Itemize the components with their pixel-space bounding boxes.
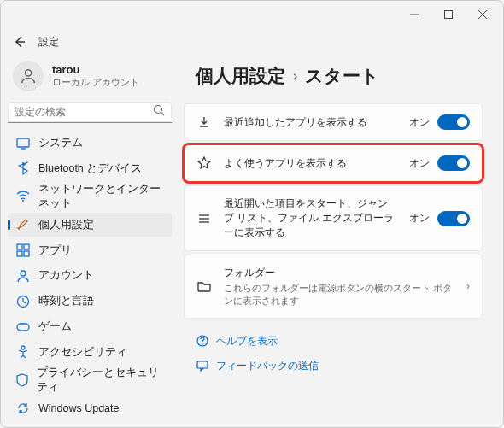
feedback-link[interactable]: フィードバックの送信	[196, 359, 483, 373]
svg-point-6	[155, 105, 162, 113]
maximize-button[interactable]	[431, 3, 466, 26]
sidebar-item-update[interactable]: Windows Update	[8, 396, 172, 420]
brush-icon	[16, 218, 30, 232]
setting-title: 最近追加したアプリを表示する	[224, 115, 397, 130]
help-link[interactable]: ヘルプを表示	[196, 334, 483, 349]
toggle-switch[interactable]	[437, 114, 470, 130]
setting-frequent-apps: よく使うアプリを表示する オン	[184, 144, 483, 182]
system-icon	[16, 137, 30, 150]
star-icon	[196, 155, 212, 171]
svg-rect-17	[17, 324, 29, 331]
setting-recent-apps: 最近追加したアプリを表示する オン	[184, 103, 483, 141]
page-title: スタート	[305, 64, 379, 88]
setting-recent-items: 最近開いた項目をスタート、ジャンプ リスト、ファイル エクスプローラーに表示する…	[184, 185, 483, 251]
help-icon	[196, 335, 208, 348]
link-label: フィードバックの送信	[216, 359, 319, 373]
sidebar-item-label: ゲーム	[38, 320, 72, 334]
svg-rect-1	[445, 11, 453, 19]
sidebar-item-apps[interactable]: アプリ	[8, 238, 172, 262]
sidebar-item-label: アプリ	[38, 243, 72, 258]
svg-rect-8	[17, 138, 29, 147]
setting-title: 最近開いた項目をスタート、ジャンプ リスト、ファイル エクスプローラーに表示する	[224, 196, 397, 240]
toggle-label: オン	[409, 116, 430, 129]
svg-rect-11	[17, 244, 22, 249]
sidebar-item-label: プライバシーとセキュリティ	[37, 366, 163, 395]
setting-folders[interactable]: フォルダー これらのフォルダーは電源ボタンの横のスタート ボタンに表示されます …	[184, 255, 483, 319]
chevron-right-icon: ›	[466, 280, 470, 292]
search-icon	[153, 104, 165, 120]
sidebar-item-label: アクセシビリティ	[38, 345, 127, 360]
sidebar-item-label: システム	[38, 136, 83, 150]
breadcrumb: 個人用設定 › スタート	[184, 64, 483, 88]
svg-rect-24	[197, 361, 208, 368]
toggle-switch[interactable]	[437, 211, 470, 226]
sidebar-item-time[interactable]: 時刻と言語	[8, 290, 172, 314]
sidebar-item-label: ネットワークとインターネット	[38, 182, 163, 211]
back-button[interactable]	[8, 30, 32, 54]
sidebar-item-system[interactable]: システム	[8, 132, 172, 155]
search-input[interactable]	[15, 106, 153, 118]
svg-rect-13	[17, 251, 22, 256]
search-box[interactable]	[8, 102, 172, 123]
setting-desc: これらのフォルダーは電源ボタンの横のスタート ボタンに表示されます	[224, 282, 454, 308]
toggle-switch[interactable]	[437, 155, 470, 171]
svg-point-15	[21, 271, 26, 276]
avatar-icon	[13, 61, 44, 91]
breadcrumb-root[interactable]: 個人用設定	[196, 64, 285, 88]
sidebar-item-label: Bluetooth とデバイス	[38, 161, 142, 176]
folder-icon	[196, 278, 212, 294]
sidebar-item-personalization[interactable]: 個人用設定	[8, 213, 172, 237]
accessibility-icon	[16, 345, 30, 359]
wifi-icon	[16, 190, 30, 203]
toggle-label: オン	[409, 212, 430, 225]
download-icon	[196, 114, 212, 130]
link-label: ヘルプを表示	[216, 334, 278, 349]
feedback-icon	[196, 360, 208, 372]
setting-title: フォルダー	[224, 266, 454, 280]
svg-point-5	[25, 70, 31, 76]
toggle-label: オン	[409, 157, 430, 170]
svg-rect-12	[24, 244, 29, 249]
sidebar-item-label: Windows Update	[38, 402, 120, 414]
user-name: tarou	[52, 63, 139, 76]
svg-point-23	[202, 343, 202, 344]
close-button[interactable]	[466, 3, 500, 26]
clock-icon	[16, 295, 30, 308]
user-desc: ローカル アカウント	[52, 76, 139, 89]
accounts-icon	[16, 269, 30, 283]
apps-icon	[16, 243, 30, 257]
sidebar-item-label: アカウント	[38, 268, 94, 283]
gamepad-icon	[16, 320, 30, 334]
sidebar-item-gaming[interactable]: ゲーム	[8, 315, 172, 339]
sidebar-item-accessibility[interactable]: アクセシビリティ	[8, 340, 172, 364]
sidebar-item-label: 個人用設定	[38, 218, 94, 232]
svg-point-18	[21, 346, 25, 349]
minimize-button[interactable]	[397, 3, 431, 26]
chevron-right-icon: ›	[293, 68, 297, 84]
shield-icon	[16, 373, 28, 387]
sidebar-item-accounts[interactable]: アカウント	[8, 264, 172, 288]
app-title: 設定	[38, 35, 59, 50]
profile[interactable]: tarou ローカル アカウント	[8, 59, 172, 100]
sidebar-item-bluetooth[interactable]: Bluetooth とデバイス	[8, 157, 172, 181]
bluetooth-icon	[16, 161, 30, 175]
sidebar-item-label: 時刻と言語	[38, 294, 94, 308]
sidebar-item-privacy[interactable]: プライバシーとセキュリティ	[8, 366, 172, 395]
svg-point-10	[22, 200, 24, 202]
update-icon	[16, 402, 30, 415]
svg-line-7	[161, 112, 165, 115]
setting-title: よく使うアプリを表示する	[224, 156, 397, 171]
sidebar-item-network[interactable]: ネットワークとインターネット	[8, 182, 172, 211]
list-icon	[196, 211, 212, 226]
svg-rect-14	[24, 251, 29, 256]
